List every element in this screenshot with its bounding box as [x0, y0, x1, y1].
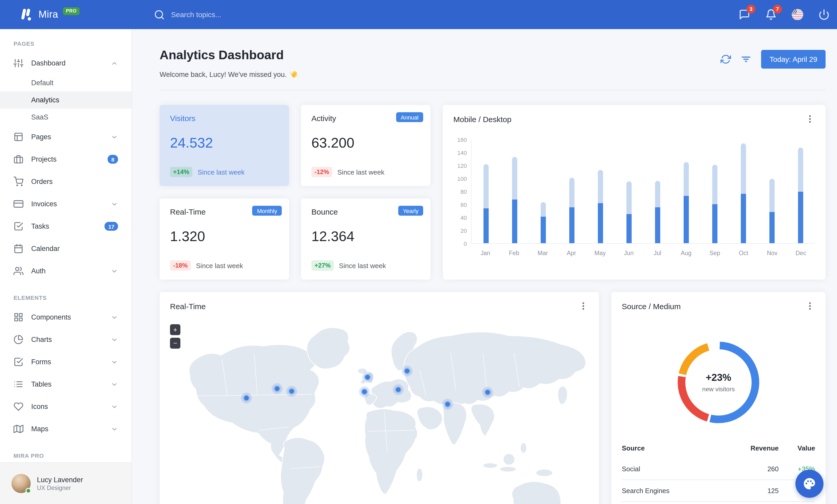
sidebar-subitem-saas[interactable]: SaaS: [0, 109, 131, 126]
theme-settings-fab[interactable]: [796, 470, 823, 498]
cell-source: Social: [622, 458, 720, 480]
sidebar-item-label: Tasks: [31, 222, 49, 230]
sidebar-subitem-default[interactable]: Default: [0, 74, 131, 91]
bar-jul[interactable]: [655, 181, 660, 243]
table-row-direct: Direct164+46%: [622, 502, 815, 504]
x-axis-label: Jan: [471, 250, 500, 256]
sidebar-item-icons[interactable]: Icons: [0, 395, 131, 418]
user-name: Lucy Lavender: [37, 476, 83, 484]
map-marker-9[interactable]: [484, 389, 491, 396]
sidebar-item-invoices[interactable]: Invoices: [0, 193, 131, 215]
signout-button[interactable]: [818, 8, 830, 21]
notifications-button[interactable]: 7: [765, 8, 777, 21]
stat-period-pill[interactable]: Monthly: [252, 206, 282, 216]
brand[interactable]: Mira PRO: [0, 7, 132, 22]
sidebar-item-auth[interactable]: Auth: [0, 260, 131, 282]
bar-nov[interactable]: [770, 179, 775, 243]
bar-feb[interactable]: [512, 157, 517, 243]
grid-icon: [14, 312, 23, 322]
bar-oct[interactable]: [741, 143, 746, 243]
sidebar-item-charts[interactable]: Charts: [0, 329, 131, 351]
sidebar-item-dashboard[interactable]: Dashboard: [0, 52, 131, 74]
sidebar-item-tables[interactable]: Tables: [0, 373, 131, 395]
x-axis-label: May: [586, 250, 614, 256]
map-marker-5[interactable]: [404, 368, 410, 374]
map-marker-7[interactable]: [395, 386, 402, 393]
bar-apr[interactable]: [569, 178, 574, 243]
sidebar-item-label: Components: [31, 313, 71, 321]
sidebar-count-badge: 17: [105, 222, 118, 231]
cell-revenue: 125: [720, 480, 779, 502]
sidebar-item-label: Tables: [31, 380, 52, 388]
sidebar-user[interactable]: Lucy Lavender UX Designer: [0, 463, 131, 504]
stat-delta-badge: +14%: [170, 167, 192, 177]
cell-source: Search Engines: [622, 480, 720, 502]
source-table: Source Revenue Value Social260+35%Search…: [622, 440, 815, 504]
x-axis-label: Jul: [643, 250, 672, 256]
sidebar-item-pages[interactable]: Pages: [0, 126, 131, 148]
sidebar-item-components[interactable]: Components: [0, 306, 131, 329]
stat-period-pill[interactable]: Yearly: [398, 206, 423, 216]
power-icon: [818, 9, 830, 20]
date-range-button[interactable]: Today: April 29: [761, 50, 825, 69]
wave-emoji: [290, 70, 299, 79]
language-button[interactable]: [791, 8, 804, 21]
sidebar-item-orders[interactable]: Orders: [0, 170, 131, 193]
search-input[interactable]: [171, 11, 327, 19]
map-marker-8[interactable]: [444, 401, 451, 408]
bar-sep[interactable]: [712, 165, 717, 243]
map-marker-4[interactable]: [364, 374, 371, 380]
y-axis-tick: 140: [457, 150, 467, 156]
donut-center-value: +23%: [706, 372, 731, 384]
map-marker-3[interactable]: [288, 388, 295, 395]
sidebar-item-forms[interactable]: Forms: [0, 351, 131, 373]
x-axis-label: Dec: [787, 250, 815, 256]
filter-button[interactable]: [741, 54, 751, 64]
map-marker-6[interactable]: [361, 388, 368, 395]
messages-button[interactable]: 3: [738, 8, 751, 21]
bar-jun[interactable]: [626, 182, 631, 243]
sidebar-item-calendar[interactable]: Calendar: [0, 238, 131, 260]
table-row-search-engines: Search Engines125-12%: [622, 480, 815, 502]
bar-aug[interactable]: [684, 162, 689, 243]
refresh-button[interactable]: [720, 54, 731, 64]
palette-icon: [803, 477, 816, 490]
y-axis-tick: 100: [457, 175, 467, 182]
us-flag-icon: [792, 9, 803, 20]
cell-value: +46%: [779, 502, 815, 504]
sidebar-item-label: Maps: [31, 425, 48, 433]
x-axis-label: Apr: [557, 250, 586, 256]
map-zoom-in-button[interactable]: +: [170, 324, 180, 335]
chart-menu-button[interactable]: [805, 114, 815, 124]
sidebar-item-label: Charts: [31, 336, 52, 343]
map-marker-1[interactable]: [243, 395, 250, 402]
x-axis-label: Oct: [729, 250, 758, 256]
navbar-actions: 3 7: [738, 8, 837, 21]
sidebar-item-tasks[interactable]: Tasks17: [0, 215, 131, 238]
heart-icon: [14, 402, 23, 411]
sidebar-item-projects[interactable]: Projects8: [0, 148, 131, 170]
x-axis-label: Aug: [672, 250, 700, 256]
stat-caption: Since last week: [337, 168, 385, 176]
stat-delta-badge: -12%: [311, 167, 332, 177]
users-icon: [14, 266, 23, 276]
bar-may[interactable]: [598, 170, 603, 243]
stat-card-activity: ActivityAnnual63.200-12%Since last week: [301, 105, 430, 186]
bar-jan[interactable]: [483, 164, 488, 243]
sidebar: PAGESDashboardDefaultAnalyticsSaaSPagesP…: [0, 29, 132, 504]
sidebar-item-maps[interactable]: Maps: [0, 418, 131, 440]
bar-dec[interactable]: [798, 148, 803, 243]
bar-mar[interactable]: [540, 202, 546, 243]
user-role: UX Designer: [37, 485, 83, 491]
source-menu-button[interactable]: [805, 301, 815, 311]
mira-logo: [18, 7, 33, 22]
world-map[interactable]: [160, 292, 599, 504]
sidebar-subitem-analytics[interactable]: Analytics: [0, 91, 131, 109]
briefcase-icon: [14, 154, 23, 164]
sliders-icon: [14, 58, 23, 68]
map-marker-2[interactable]: [274, 385, 281, 392]
stat-period-pill[interactable]: Annual: [396, 112, 423, 122]
map-zoom-out-button[interactable]: −: [170, 338, 180, 349]
mobile-desktop-bar-chart: 160140120100806040200 JanFebMarAprMayJun…: [471, 140, 815, 256]
kebab-icon: [806, 115, 814, 123]
